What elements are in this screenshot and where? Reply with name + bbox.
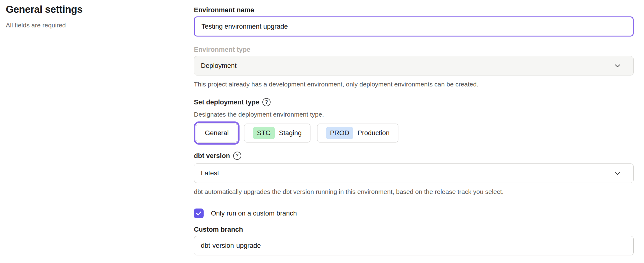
chevron-down-icon [614,62,621,69]
deployment-type-header: Set deployment type ? [194,98,634,106]
dbt-version-value: Latest [201,169,614,177]
deployment-type-description: Designates the deployment environment ty… [194,110,634,118]
deployment-type-general-label: General [205,129,229,137]
deployment-type-options: General STG Staging PROD Production [194,124,634,142]
question-circle-icon[interactable]: ? [233,152,241,160]
environment-type-value: Deployment [201,62,614,70]
deployment-type-staging-label: Staging [279,129,302,137]
custom-branch-checkbox[interactable] [194,209,204,218]
settings-header: General settings All fields are required [0,0,194,263]
dbt-version-helper: dbt automatically upgrades the dbt versi… [194,188,634,196]
deployment-type-production-label: Production [358,129,390,137]
check-icon [195,210,202,217]
custom-branch-toggle-label[interactable]: Only run on a custom branch [211,209,297,217]
environment-type-select[interactable]: Deployment [194,56,634,75]
deployment-type-general-button[interactable]: General [196,124,237,142]
environment-type-label: Environment type [194,46,634,54]
environment-type-helper: This project already has a development e… [194,80,634,88]
chevron-down-icon [614,170,621,177]
deployment-type-production-button[interactable]: PROD Production [317,124,398,142]
production-badge: PROD [326,127,353,139]
page-subtitle: All fields are required [6,21,194,29]
settings-page: General settings All fields are required… [0,0,644,263]
page-title: General settings [6,3,194,16]
question-circle-icon[interactable]: ? [262,98,271,106]
custom-branch-toggle-row: Only run on a custom branch [194,209,634,218]
dbt-version-header: dbt version ? [194,152,634,160]
dbt-version-label: dbt version [194,152,230,160]
dbt-version-select[interactable]: Latest [194,163,634,183]
deployment-type-staging-button[interactable]: STG Staging [244,124,310,142]
staging-badge: STG [253,127,275,139]
environment-name-label: Environment name [194,6,634,14]
deployment-type-label: Set deployment type [194,98,259,106]
settings-form: Environment name Environment type Deploy… [194,0,634,263]
environment-name-input[interactable] [194,16,634,37]
custom-branch-input[interactable] [194,236,634,255]
custom-branch-label: Custom branch [194,226,634,233]
